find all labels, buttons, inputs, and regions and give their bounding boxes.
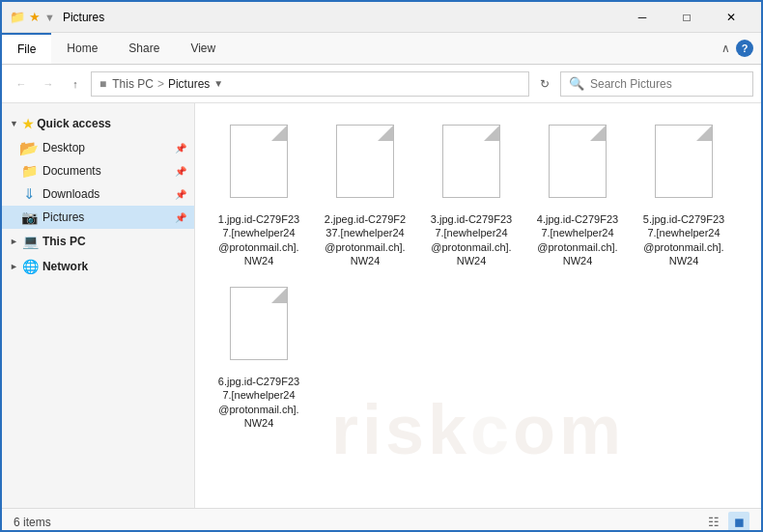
file-grid: 1.jpg.id-C279F237.[newhelper24@protonmai… (211, 119, 746, 434)
ribbon: File Home Share View ∧ ? (2, 33, 761, 65)
network-chevron-icon: ► (10, 262, 18, 271)
search-input[interactable] (590, 77, 745, 91)
downloads-folder-icon: ⇓ (21, 186, 37, 202)
file-icon-5 (650, 125, 718, 207)
tab-view[interactable]: View (175, 33, 231, 64)
qat-icon-1[interactable]: 📁 (10, 10, 25, 24)
tab-share[interactable]: Share (113, 33, 175, 64)
quick-access-star-icon: ★ (22, 117, 34, 131)
status-item-count: 6 items (14, 516, 703, 529)
file-icon-3 (438, 125, 505, 207)
file-icon-2 (331, 125, 399, 207)
up-button[interactable]: ↑ (64, 72, 87, 96)
downloads-pin-icon: 📌 (175, 189, 186, 200)
path-dropdown-icon[interactable]: ▼ (213, 78, 223, 89)
file-name-2: 2.jpeg.id-C279F237.[newhelper24@protonma… (325, 212, 406, 267)
path-separator-1: > (157, 77, 164, 91)
refresh-button[interactable]: ↻ (533, 72, 556, 96)
file-item-6[interactable]: 6.jpg.id-C279F237.[newhelper24@protonmai… (211, 281, 307, 434)
title-bar: 📁 ★ ▼ Pictures ─ □ ✕ (2, 2, 761, 33)
address-bar: ← → ↑ ■ This PC > Pictures ▼ ↻ 🔍 (2, 65, 761, 103)
sidebar-network-header[interactable]: ► 🌐 Network (2, 254, 194, 279)
file-icon-4 (544, 125, 611, 207)
network-icon: 🌐 (22, 259, 39, 274)
pictures-folder-icon: 📷 (21, 210, 37, 225)
desktop-folder-icon: 📂 (21, 140, 37, 155)
file-icon-1 (225, 125, 293, 207)
ribbon-chevron-icon[interactable]: ∧ (721, 42, 730, 55)
file-item-2[interactable]: 2.jpeg.id-C279F237.[newhelper24@protonma… (317, 119, 413, 271)
address-path[interactable]: ■ This PC > Pictures ▼ (91, 71, 529, 97)
file-name-4: 4.jpg.id-C279F237.[newhelper24@protonmai… (537, 212, 618, 267)
help-icon[interactable]: ? (736, 40, 753, 57)
close-button[interactable]: ✕ (709, 2, 753, 33)
this-pc-chevron-icon: ► (10, 237, 18, 246)
file-item-5[interactable]: 5.jpg.id-C279F237.[newhelper24@protonmai… (636, 119, 732, 271)
desktop-pin-icon: 📌 (175, 143, 186, 154)
sidebar-item-pictures[interactable]: 📷 Pictures 📌 (2, 206, 194, 229)
list-view-button[interactable]: ☷ (703, 512, 724, 533)
file-item-1[interactable]: 1.jpg.id-C279F237.[newhelper24@protonmai… (211, 119, 307, 271)
search-box[interactable]: 🔍 (560, 71, 753, 97)
view-controls: ☷ ◼ (703, 512, 749, 533)
main-content: ▼ ★ Quick access 📂 Desktop 📌 📁 Documents… (2, 103, 761, 508)
sidebar-pictures-label: Pictures (42, 210, 171, 224)
qat-icon-2[interactable]: ★ (29, 10, 41, 24)
doc-shape-2 (336, 125, 394, 198)
file-name-6: 6.jpg.id-C279F237.[newhelper24@protonmai… (218, 375, 299, 430)
this-pc-label: This PC (42, 235, 86, 248)
file-name-1: 1.jpg.id-C279F237.[newhelper24@protonmai… (218, 212, 299, 267)
tab-file[interactable]: File (2, 33, 51, 64)
window-controls: ─ □ ✕ (620, 2, 753, 33)
path-text: This PC (112, 77, 154, 91)
quick-access-label: Quick access (37, 117, 111, 130)
this-pc-icon: 💻 (22, 234, 39, 249)
search-icon: 🔍 (569, 76, 584, 91)
path-icon: ■ (99, 77, 106, 91)
doc-shape-3 (442, 125, 500, 198)
sidebar-documents-label: Documents (42, 164, 171, 178)
sidebar-item-documents[interactable]: 📁 Documents 📌 (2, 159, 194, 182)
sidebar-quick-access-header[interactable]: ▼ ★ Quick access (2, 111, 194, 136)
doc-shape-1 (230, 125, 288, 198)
sidebar-desktop-label: Desktop (42, 141, 171, 154)
sidebar-downloads-label: Downloads (42, 187, 171, 201)
maximize-button[interactable]: □ (664, 2, 709, 33)
doc-shape-4 (549, 125, 607, 198)
path-pictures: Pictures (168, 77, 210, 91)
title-bar-icons: 📁 ★ ▼ (10, 10, 55, 24)
tab-home[interactable]: Home (51, 33, 113, 64)
status-bar: 6 items ☷ ◼ (2, 508, 761, 532)
minimize-button[interactable]: ─ (620, 2, 664, 33)
documents-pin-icon: 📌 (175, 166, 186, 177)
ribbon-tabs: File Home Share View ∧ ? (2, 33, 761, 64)
sidebar-this-pc-header[interactable]: ► 💻 This PC (2, 229, 194, 254)
back-button[interactable]: ← (10, 72, 33, 96)
file-icon-6 (225, 287, 293, 369)
forward-button[interactable]: → (37, 72, 60, 96)
doc-shape-5 (655, 125, 713, 198)
file-name-3: 3.jpg.id-C279F237.[newhelper24@protonmai… (431, 212, 512, 267)
sidebar-item-desktop[interactable]: 📂 Desktop 📌 (2, 136, 194, 159)
quick-access-chevron-icon: ▼ (10, 119, 18, 128)
sidebar: ▼ ★ Quick access 📂 Desktop 📌 📁 Documents… (2, 103, 195, 508)
qat-icon-3[interactable]: ▼ (44, 12, 55, 23)
file-area: riskcom 1.jpg.id-C279F237.[newhelper24@p… (195, 103, 761, 508)
documents-folder-icon: 📁 (21, 163, 37, 179)
large-icon-view-button[interactable]: ◼ (728, 512, 749, 533)
network-label: Network (42, 260, 88, 273)
sidebar-item-downloads[interactable]: ⇓ Downloads 📌 (2, 182, 194, 206)
pictures-pin-icon: 📌 (175, 212, 186, 223)
doc-shape-6 (230, 287, 288, 360)
window-title: Pictures (63, 11, 620, 24)
file-item-3[interactable]: 3.jpg.id-C279F237.[newhelper24@protonmai… (423, 119, 520, 271)
file-name-5: 5.jpg.id-C279F237.[newhelper24@protonmai… (643, 212, 724, 267)
file-item-4[interactable]: 4.jpg.id-C279F237.[newhelper24@protonmai… (529, 119, 626, 271)
